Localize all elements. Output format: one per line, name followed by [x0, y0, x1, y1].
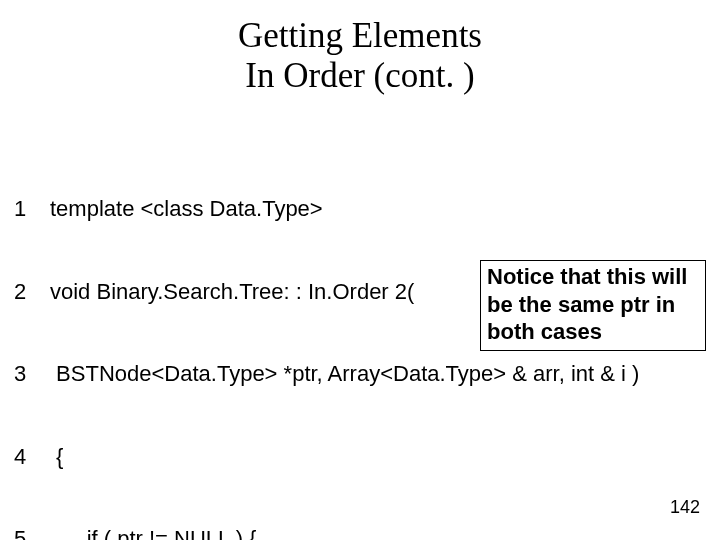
code-line: 5 if ( ptr != NULL ) { — [14, 525, 639, 540]
page-number: 142 — [670, 497, 700, 518]
line-text: { — [50, 443, 63, 471]
callout-box: Notice that this will be the same ptr in… — [480, 260, 706, 351]
line-number: 4 — [14, 443, 50, 471]
line-number: 1 — [14, 195, 50, 223]
line-text: template <class Data.Type> — [50, 195, 323, 223]
line-text: void Binary.Search.Tree: : In.Order 2( — [50, 278, 414, 306]
line-number: 3 — [14, 360, 50, 388]
code-line: 1template <class Data.Type> — [14, 195, 639, 223]
title-line-1: Getting Elements — [0, 16, 720, 56]
line-number: 5 — [14, 525, 50, 540]
code-line: 4 { — [14, 443, 639, 471]
code-line: 3 BSTNode<Data.Type> *ptr, Array<Data.Ty… — [14, 360, 639, 388]
line-text: BSTNode<Data.Type> *ptr, Array<Data.Type… — [50, 360, 639, 388]
title-line-2: In Order (cont. ) — [0, 56, 720, 96]
slide-title: Getting Elements In Order (cont. ) — [0, 0, 720, 97]
line-number: 2 — [14, 278, 50, 306]
line-text: if ( ptr != NULL ) { — [50, 525, 256, 540]
